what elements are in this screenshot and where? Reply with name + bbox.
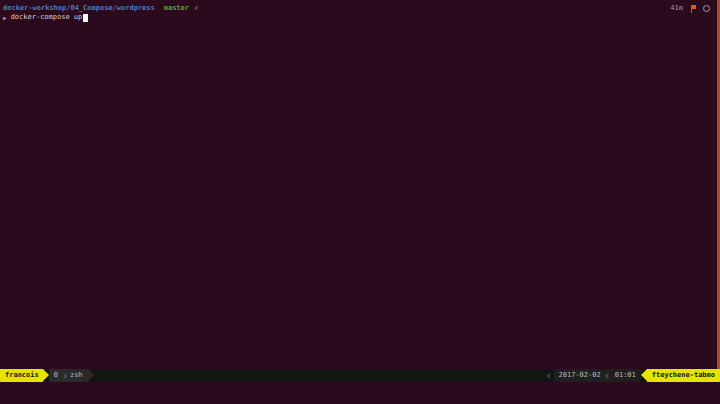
cwd-path: docker-workshop/04_Compose/wordpress	[3, 4, 155, 13]
window-name: zsh	[70, 371, 83, 380]
command-line: ▶ docker-compose up	[0, 13, 720, 22]
status-date: 2017-02-02	[559, 371, 601, 380]
window-index: 0	[54, 371, 58, 380]
prompt-arrow-icon: ▶	[3, 13, 7, 22]
hostname: fteychene-tabmo	[652, 371, 715, 380]
powerline-arrow-right-icon	[88, 369, 94, 381]
command-text: docker-compose up	[11, 13, 83, 22]
git-dirty-icon: ✗	[194, 4, 198, 13]
datetime-segment: 2017-02-02 01:01	[554, 369, 641, 382]
hostname-segment: fteychene-tabmo	[647, 369, 720, 382]
text-cursor	[83, 14, 88, 22]
flag-icon	[690, 5, 696, 13]
window-item-zsh[interactable]: 0 zsh	[49, 369, 88, 382]
chevron-left-icon	[544, 369, 554, 382]
chevron-left-icon	[605, 373, 611, 379]
terminal-screen[interactable]: docker-workshop/04_Compose/wordpress mas…	[0, 0, 720, 404]
git-prompt-left: docker-workshop/04_Compose/wordpress mas…	[3, 4, 198, 13]
status-circle-icon	[703, 5, 710, 12]
chevron-right-icon	[61, 373, 67, 379]
git-branch: master	[164, 4, 189, 13]
elapsed-time: 41m	[670, 4, 683, 13]
status-bar-left: francois 0 zsh	[0, 369, 94, 382]
terminal-output: docker-workshop/04_Compose/wordpress mas…	[0, 0, 720, 22]
session-name: francois	[5, 371, 39, 380]
session-name-segment: francois	[0, 369, 43, 382]
git-prompt-right: 41m	[670, 4, 710, 13]
status-bar-right: 2017-02-02 01:01 fteychene-tabmo	[544, 369, 720, 382]
git-prompt-line: docker-workshop/04_Compose/wordpress mas…	[0, 4, 720, 13]
tmux-status-bar: francois 0 zsh 2017-02-02 01:01 fteychen…	[0, 369, 720, 382]
status-time: 01:01	[615, 371, 636, 380]
